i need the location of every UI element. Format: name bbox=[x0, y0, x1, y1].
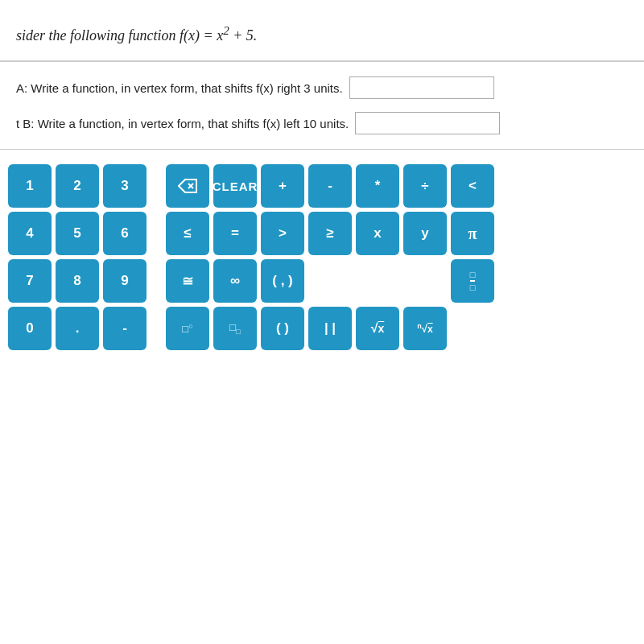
key-y[interactable]: y bbox=[403, 212, 447, 255]
part-a-answer[interactable] bbox=[349, 76, 494, 99]
key-6[interactable]: 6 bbox=[103, 212, 147, 255]
key-lte[interactable]: ≤ bbox=[166, 212, 209, 255]
part-b-label: t B: Write a function, in vertex form, t… bbox=[16, 117, 349, 130]
symbol-pad: CLEAR + - * ÷ < ≤ = > ≥ x y π ≅ ∞ ( , ) bbox=[166, 164, 494, 350]
key-x[interactable]: x bbox=[356, 212, 399, 255]
key-dot[interactable]: . bbox=[56, 307, 99, 350]
key-3[interactable]: 3 bbox=[103, 164, 147, 208]
question-row-b: t B: Write a function, in vertex form, t… bbox=[16, 112, 628, 134]
key-7[interactable]: 7 bbox=[8, 259, 52, 303]
key-eq[interactable]: = bbox=[213, 212, 257, 255]
numpad: 1 2 3 4 5 6 7 8 9 0 . - bbox=[8, 164, 147, 350]
key-1[interactable]: 1 bbox=[8, 164, 52, 208]
key-divide[interactable]: ÷ bbox=[403, 164, 447, 208]
key-approx[interactable]: ≅ bbox=[166, 259, 209, 303]
key-neg[interactable]: - bbox=[103, 307, 147, 350]
key-lt[interactable]: < bbox=[451, 164, 494, 208]
key-4[interactable]: 4 bbox=[8, 212, 52, 255]
key-backspace[interactable] bbox=[166, 164, 209, 208]
key-box-sup-sq[interactable]: □□ bbox=[213, 307, 257, 350]
part-b-answer[interactable] bbox=[355, 112, 500, 134]
key-clear[interactable]: CLEAR bbox=[213, 164, 257, 208]
problem-section: sider the following function f(x) = x2 +… bbox=[0, 0, 644, 62]
key-pi[interactable]: π bbox=[451, 212, 494, 255]
key-nthroot[interactable]: n√x bbox=[403, 307, 447, 350]
key-minus[interactable]: - bbox=[308, 164, 352, 208]
key-plus[interactable]: + bbox=[261, 164, 304, 208]
key-multiply[interactable]: * bbox=[356, 164, 399, 208]
key-9[interactable]: 9 bbox=[103, 259, 147, 303]
key-0[interactable]: 0 bbox=[8, 307, 52, 350]
key-box-sup-circle[interactable]: □○ bbox=[166, 307, 209, 350]
key-sqrt[interactable]: √x bbox=[356, 307, 399, 350]
key-paren-comma[interactable]: ( , ) bbox=[261, 259, 304, 303]
part-a-label: A: Write a function, in vertex form, tha… bbox=[16, 81, 343, 95]
key-inf[interactable]: ∞ bbox=[213, 259, 257, 303]
page: sider the following function f(x) = x2 +… bbox=[0, 0, 644, 644]
key-8[interactable]: 8 bbox=[56, 259, 99, 303]
key-5[interactable]: 5 bbox=[56, 212, 99, 255]
key-gte[interactable]: ≥ bbox=[308, 212, 352, 255]
problem-text: sider the following function f(x) = x2 +… bbox=[16, 24, 628, 44]
keyboard-section: 1 2 3 4 5 6 7 8 9 0 . - CLEAR + bbox=[0, 150, 644, 363]
key-2[interactable]: 2 bbox=[56, 164, 99, 208]
question-row-a: A: Write a function, in vertex form, tha… bbox=[16, 76, 628, 99]
key-fraction[interactable]: □ □ bbox=[451, 259, 494, 303]
key-gt[interactable]: > bbox=[261, 212, 304, 255]
key-abs[interactable]: | | bbox=[308, 307, 352, 350]
key-parens[interactable]: ( ) bbox=[261, 307, 304, 350]
questions-section: A: Write a function, in vertex form, tha… bbox=[0, 62, 644, 150]
